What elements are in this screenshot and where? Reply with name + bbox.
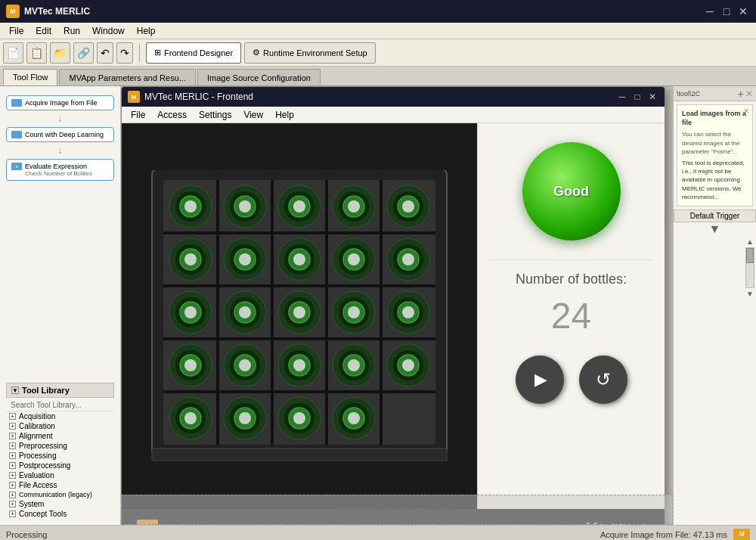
modal-title-bar: M MVTec MERLIC - Frontend ─ □ ✕ [122,87,665,107]
play-button[interactable]: ▶ [516,355,564,404]
tool-cat-fileaccess[interactable]: + File Access [6,480,114,490]
close-button[interactable]: ✕ [736,5,750,18]
tool-cat-system[interactable]: + System [6,499,114,509]
right-panel-scrollbar[interactable]: ▲ ▼ [744,237,756,298]
trigger-arrow-down: ▼ [674,222,756,236]
expand-system-icon: + [9,501,16,507]
svg-point-55 [351,256,357,262]
open-btn[interactable]: 📁 [50,42,70,64]
tool-lib-search: Search Tool Library... [6,399,114,411]
modal-restore-btn[interactable]: □ [631,91,643,103]
tool-cat-alignment[interactable]: + Alignment [6,431,114,441]
menu-help[interactable]: Help [131,24,162,38]
svg-point-70 [242,309,248,315]
redo-btn[interactable]: ↷ [116,42,133,64]
default-trigger: Default Trigger [674,209,756,222]
expand-acquisition-icon: + [9,413,16,420]
expand-postprocessing-icon: + [9,462,16,469]
tooltip-panel: ✕ Load images from a file You can select… [677,104,753,206]
tool-cat-acquisition[interactable]: + Acquisition [6,411,114,421]
status-text: Good [553,184,589,200]
scroll-up-icon[interactable]: ▲ [746,237,754,246]
tool-cat-preprocessing[interactable]: + Preprocessing [6,441,114,451]
modal-menu-view[interactable]: View [237,108,269,122]
modal-menu-help[interactable]: Help [269,108,300,122]
right-panel: \tool\2C + ✕ ✕ Load images from a file Y… [673,86,756,525]
bottle-count-label: Number of bottles: [489,272,653,287]
svg-point-30 [351,203,357,209]
replay-icon: ↺ [596,369,611,390]
bottle-count-value: 24 [489,295,653,337]
expand-calibration-icon: + [9,423,16,430]
tool-cat-processing[interactable]: + Processing [6,451,114,461]
svg-point-45 [242,256,248,262]
bottle-count-section: Number of bottles: 24 [489,259,653,337]
new-file-btn[interactable]: 📄 [3,42,23,64]
copy-btn[interactable]: 📋 [26,42,47,64]
tooltip-close-btn[interactable]: ✕ [743,107,749,115]
tool-lib-header[interactable]: ▼ Tool Library [6,383,114,398]
scroll-thumb[interactable] [746,248,754,263]
menu-window[interactable]: Window [86,24,131,38]
mvtec-logo-status: M [733,529,750,541]
scroll-track[interactable] [745,247,754,288]
expand-concept-icon: + [9,511,16,517]
modal-close-btn[interactable]: ✕ [646,91,658,103]
tab-add-icon[interactable]: + [738,88,744,100]
flow-node-count[interactable]: Count with Deep Learning [6,127,114,142]
svg-point-130 [351,415,357,421]
replay-button[interactable]: ↺ [579,355,627,404]
svg-point-120 [242,415,248,421]
play-icon: ▶ [534,370,547,389]
modal-menu-file[interactable]: File [125,108,151,122]
flow-node-evaluate[interactable]: + Evaluate Expression Check Number of Bo… [6,159,114,181]
scroll-down-icon[interactable]: ▼ [746,290,754,298]
expand-processing-icon: + [9,452,16,459]
tab-close-icon[interactable]: ✕ [745,88,753,99]
app-logo: M [6,5,20,18]
menu-file[interactable]: File [3,24,29,38]
modal-menu-settings[interactable]: Settings [193,108,237,122]
window-controls[interactable]: ─ □ ✕ [703,5,750,18]
flow-node-acquire[interactable]: Acquire Image from File [6,95,114,110]
title-bar: M MVTec MERLIC ─ □ ✕ [0,0,756,23]
control-buttons: ▶ ↺ [516,355,627,404]
frontend-designer-btn[interactable]: ⊞ Frontend Designer [146,42,241,64]
modal-minimize-btn[interactable]: ─ [616,91,628,103]
tool-cat-communication[interactable]: + Communication (legacy) [6,490,114,499]
drop-zone[interactable]: Drop here to create connection [121,495,673,525]
modal-menu-access[interactable]: Access [151,108,193,122]
tab-tool-flow[interactable]: Tool Flow [3,69,57,85]
tab-mvapp-params[interactable]: MVApp Parameters and Resu... [59,69,195,85]
svg-point-115 [187,415,194,421]
tool-cat-calibration[interactable]: + Calibration [6,421,114,431]
maximize-button[interactable]: □ [720,5,733,18]
svg-point-25 [296,203,302,209]
svg-point-15 [187,203,194,209]
tab-image-source[interactable]: Image Source Configuration [197,69,321,85]
runtime-env-icon: ⚙ [253,48,260,57]
tool-cat-evaluation[interactable]: + Evaluation [6,470,114,480]
tool-cat-concept[interactable]: + Concept Tools [6,509,114,519]
svg-point-95 [242,362,248,368]
svg-point-85 [405,309,411,315]
runtime-env-btn[interactable]: ⚙ Runtime Environment Setup [244,42,376,64]
tooltip-body: You can select the desired images at the… [682,130,748,156]
link-btn[interactable]: 🔗 [73,42,94,64]
undo-btn[interactable]: ↶ [97,42,113,64]
tool-cat-postprocessing[interactable]: + Postprocessing [6,461,114,470]
svg-point-80 [351,309,357,315]
status-processing: Processing [6,530,47,539]
minimize-button[interactable]: ─ [703,5,717,18]
frontend-designer-icon: ⊞ [154,48,161,57]
status-bar: Processing Acquire Image from File: 47.1… [0,525,756,540]
expand-icon: ▼ [11,386,19,394]
modal-right-panel: Good Number of bottles: 24 ▶ ↺ [477,123,665,509]
main-menu-bar: File Edit Run Window Help [0,23,756,39]
modal-window-controls[interactable]: ─ □ ✕ [616,91,658,103]
count-node-icon [11,131,22,138]
svg-point-35 [405,203,411,209]
menu-run[interactable]: Run [57,24,86,38]
svg-point-20 [242,203,248,209]
menu-edit[interactable]: Edit [29,24,57,38]
